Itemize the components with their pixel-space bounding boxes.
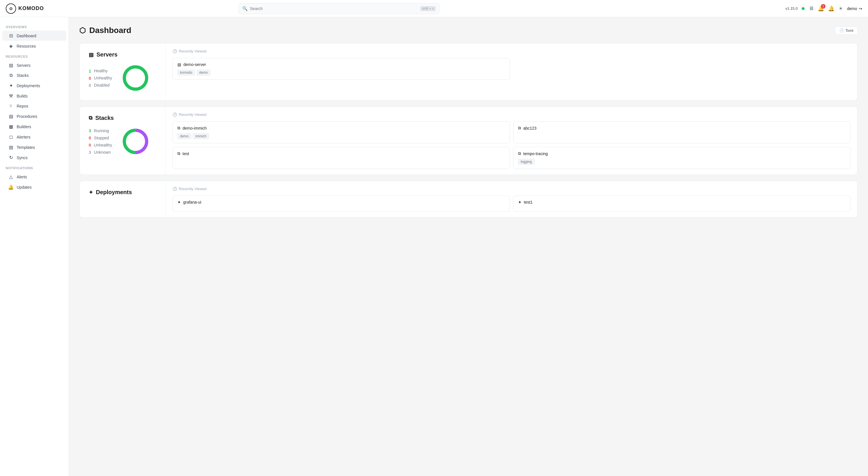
tag-demo: demo	[177, 133, 191, 139]
sidebar-item-updates[interactable]: 🔔 Updates	[2, 182, 66, 192]
deployments-card-icon: ✦	[89, 189, 93, 196]
tag-komodo: komodo	[177, 70, 195, 75]
user-menu[interactable]: demo ↪	[847, 6, 862, 11]
stacks-recently-viewed-label: 🕐 Recently Viewed	[173, 112, 850, 117]
templates-icon: ▤	[8, 144, 14, 150]
app-body: Overviews ⊟ Dashboard ◈ Resources Resour…	[0, 17, 868, 476]
sidebar-item-syncs-label: Syncs	[17, 156, 28, 160]
deployments-clock-icon: 🕐	[173, 187, 177, 191]
stacks-card-right: 🕐 Recently Viewed ⧉ demo-immich demo imm…	[166, 107, 857, 175]
search-shortcut: shift + s	[420, 6, 436, 11]
stacks-stats-list: 3 Running 0 Stopped 0 Unhealthy	[89, 128, 112, 155]
repos-icon: ⑂	[8, 104, 14, 109]
grafana-ui-title: ✦ grafana-ui	[177, 200, 505, 204]
logout-icon: ↪	[859, 6, 862, 11]
resources-section-label: Resources	[0, 51, 69, 60]
sidebar-item-servers-label: Servers	[17, 63, 30, 68]
servers-items-grid: ▤ demo-server komodo demo	[173, 58, 850, 80]
demo-server-icon: ▤	[177, 62, 181, 67]
servers-card: ▤ Servers 1 Healthy 0 Unhealthy	[79, 43, 858, 101]
servers-unhealthy-count: 0	[89, 76, 91, 80]
servers-stat-unhealthy: 0 Unhealthy	[89, 76, 112, 80]
deployment-item-grafana-ui[interactable]: ✦ grafana-ui	[173, 196, 510, 212]
servers-card-right: 🕐 Recently Viewed ▤ demo-server komodo d…	[166, 43, 857, 100]
sidebar-item-templates[interactable]: ▤ Templates	[2, 142, 66, 152]
settings-icon[interactable]: ☀	[838, 5, 843, 12]
version-badge: v1.15.0	[785, 6, 798, 11]
servers-title-text: Servers	[96, 51, 117, 58]
sidebar-item-servers[interactable]: ▤ Servers	[2, 60, 66, 70]
alert-bell-icon[interactable]: 🔔 1	[818, 5, 824, 12]
stacks-donut-chart	[121, 127, 150, 156]
stack-item-tempo-tracing[interactable]: ⧉ tempo-tracing logging	[513, 147, 850, 169]
server-item-demo-server[interactable]: ▤ demo-server komodo demo	[173, 58, 510, 80]
deployment-item-test1[interactable]: ✦ test1	[513, 196, 850, 212]
overviews-section-label: Overviews	[0, 22, 69, 30]
servers-card-title: ▤ Servers	[89, 51, 156, 58]
test1-icon: ✦	[518, 200, 522, 204]
deployments-card-title: ✦ Deployments	[89, 189, 156, 196]
grafana-ui-name: grafana-ui	[183, 200, 201, 204]
sidebar-item-alerters-label: Alerters	[17, 135, 30, 139]
stacks-stat-unknown: 3 Unknown	[89, 150, 112, 155]
search-input[interactable]	[250, 6, 418, 11]
stacks-unknown-label: Unknown	[94, 150, 111, 155]
resources-overview-icon: ◈	[8, 43, 14, 49]
servers-stats-list: 1 Healthy 0 Unhealthy 0 Disabled	[89, 69, 112, 88]
page-title-icon: ⬡	[79, 26, 86, 35]
abc123-title: ⧉ abc123	[518, 126, 846, 131]
tag-demo: demo	[197, 70, 210, 75]
sidebar-item-builders[interactable]: ▦ Builders	[2, 122, 66, 132]
topbar: ⊙ KOMODO 🔍 shift + s v1.15.0 🖥 🔔 1 🔔 ☀ d…	[0, 0, 868, 17]
toml-button-label: Toml	[846, 28, 854, 33]
test1-name: test1	[524, 200, 532, 204]
sidebar-item-alerts-label: Alerts	[17, 175, 27, 179]
test-title: ⧉ test	[177, 151, 505, 156]
sidebar-item-alerts[interactable]: △ Alerts	[2, 172, 66, 182]
sidebar-item-builders-label: Builders	[17, 125, 31, 129]
sidebar: Overviews ⊟ Dashboard ◈ Resources Resour…	[0, 17, 69, 476]
sidebar-item-dashboard-label: Dashboard	[17, 34, 36, 38]
test-icon: ⧉	[177, 151, 180, 156]
stacks-icon: ⧉	[8, 73, 14, 78]
stacks-items-grid: ⧉ demo-immich demo immich ⧉ abc123	[173, 121, 850, 169]
monitor-icon[interactable]: 🖥	[809, 5, 814, 11]
sidebar-item-procedures[interactable]: ▤ Procedures	[2, 111, 66, 121]
syncs-icon: ↻	[8, 155, 14, 160]
sidebar-item-alerters[interactable]: ◻ Alerters	[2, 132, 66, 142]
stack-item-test[interactable]: ⧉ test	[173, 147, 510, 169]
sidebar-item-dashboard[interactable]: ⊟ Dashboard	[2, 31, 66, 41]
search-bar[interactable]: 🔍 shift + s	[239, 3, 439, 14]
stacks-stopped-count: 0	[89, 135, 91, 140]
stacks-stopped-label: Stopped	[94, 136, 109, 140]
demo-immich-icon: ⧉	[177, 126, 180, 131]
stack-item-abc123[interactable]: ⧉ abc123	[513, 121, 850, 143]
demo-server-tags: komodo demo	[177, 70, 505, 75]
sidebar-item-stacks[interactable]: ⧉ Stacks	[2, 71, 66, 80]
notification-icon[interactable]: 🔔	[828, 5, 834, 12]
demo-immich-title: ⧉ demo-immich	[177, 126, 505, 131]
dashboard-icon: ⊟	[8, 33, 14, 38]
sidebar-item-deployments[interactable]: ✦ Deployments	[2, 80, 66, 91]
abc123-name: abc123	[523, 126, 536, 131]
sidebar-item-updates-label: Updates	[17, 185, 32, 190]
search-icon: 🔍	[242, 6, 248, 11]
builders-icon: ▦	[8, 124, 14, 129]
deployments-title-text: Deployments	[96, 189, 132, 196]
stacks-unknown-count: 3	[89, 150, 91, 155]
sidebar-item-syncs[interactable]: ↻ Syncs	[2, 152, 66, 163]
stacks-card: ⧉ Stacks 3 Running 0 Stopped	[79, 106, 858, 175]
stack-item-demo-immich[interactable]: ⧉ demo-immich demo immich	[173, 121, 510, 143]
servers-stat-disabled: 0 Disabled	[89, 83, 112, 88]
logo: ⊙ KOMODO	[6, 3, 63, 14]
tag-immich: immich	[193, 133, 209, 139]
deployments-card: ✦ Deployments 🕐 Recently Viewed ✦ grafan…	[79, 181, 858, 218]
sidebar-item-deployments-label: Deployments	[17, 83, 40, 88]
toml-button[interactable]: 📄 Toml	[835, 26, 858, 35]
sidebar-item-resources-overview[interactable]: ◈ Resources	[2, 41, 66, 51]
demo-immich-name: demo-immich	[183, 126, 207, 131]
sidebar-item-repos[interactable]: ⑂ Repos	[2, 101, 66, 111]
sidebar-item-builds[interactable]: ⚒ Builds	[2, 91, 66, 101]
sidebar-item-templates-label: Templates	[17, 145, 35, 150]
notification-badge: 1	[821, 4, 826, 9]
